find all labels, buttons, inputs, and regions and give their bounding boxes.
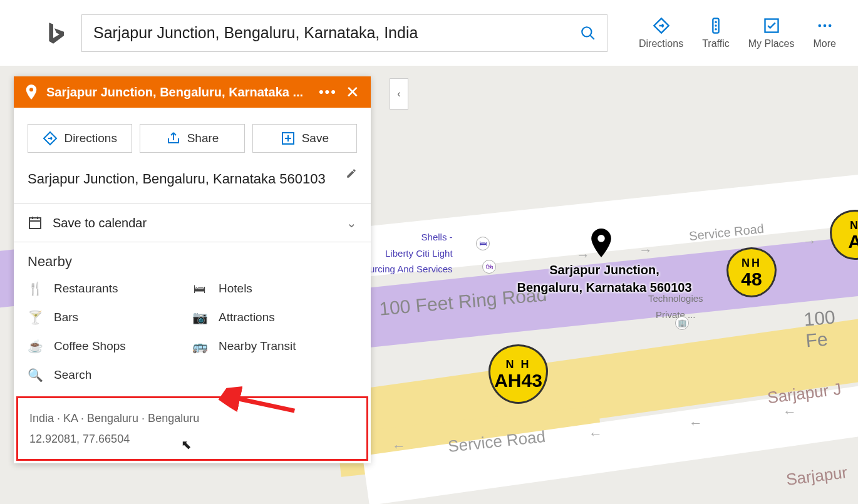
shield-bottom: A (848, 232, 858, 251)
panel-title: Sarjapur Junction, Bengaluru, Karnataka … (46, 85, 310, 100)
shield-top: N (850, 219, 858, 232)
bus-icon: 🚌 (192, 339, 207, 354)
panel-menu-button[interactable]: ••• (319, 84, 337, 100)
poi-label[interactable]: Shells - Liberty Citi Light urcing And S… (370, 231, 453, 275)
nearby-label: Restaurants (54, 282, 118, 296)
panel-collapse-handle[interactable]: ‹ (390, 78, 408, 110)
directions-icon (653, 17, 670, 34)
poi-building-icon[interactable]: 🏢 (675, 316, 689, 330)
search-button[interactable] (569, 14, 607, 52)
save-calendar-button[interactable]: Save to calendar ⌄ (28, 215, 357, 230)
calendar-section: Save to calendar ⌄ (14, 203, 371, 242)
hotel-icon: 🛏 (192, 282, 207, 296)
camera-icon: 📷 (192, 310, 207, 325)
nearby-label: Hotels (219, 282, 252, 296)
svg-point-10 (597, 235, 605, 242)
pin-label: Sarjapur Junction,Bengaluru, Karnataka 5… (501, 261, 708, 296)
nearby-transit[interactable]: 🚌Nearby Transit (192, 339, 357, 354)
save-label: Save (302, 131, 329, 145)
road-label: 100 Fe (803, 304, 858, 351)
direction-arrow-icon: ← (589, 426, 602, 442)
top-header: Directions Traffic My Places More (0, 0, 858, 66)
nearby-hotels[interactable]: 🛏Hotels (192, 281, 357, 296)
share-icon (166, 131, 181, 146)
address-text: Sarjapur Junction, Bengaluru, Karnataka … (28, 168, 346, 190)
search-icon: 🔍 (28, 368, 43, 383)
svg-point-5 (715, 28, 717, 31)
nearby-label: Search (54, 368, 91, 382)
shield-bottom: AH43 (494, 371, 542, 390)
poi-hotel-icon[interactable]: 🛏 (476, 237, 490, 250)
svg-rect-15 (29, 218, 41, 229)
svg-point-4 (715, 24, 717, 27)
nearby-label: Attractions (219, 311, 275, 324)
nav-myplaces-label: My Places (748, 38, 795, 49)
direction-arrow-icon: → (639, 242, 653, 259)
calendar-label: Save to calendar (53, 216, 147, 230)
search-box (81, 14, 607, 52)
nearby-section: Nearby 🍴Restaurants 🛏Hotels 🍸Bars 📷Attra… (14, 242, 371, 394)
nearby-bars[interactable]: 🍸Bars (28, 310, 192, 325)
address-row: Sarjapur Junction, Bengaluru, Karnataka … (14, 163, 371, 203)
shield-top: NH (742, 257, 762, 270)
panel-footer-highlighted: India · KA · Bengaluru · Bengaluru 12.92… (16, 396, 368, 461)
svg-point-11 (29, 88, 33, 91)
road-label: Sarjapur (785, 463, 848, 490)
nearby-coffee[interactable]: ☕Coffee Shops (28, 339, 192, 354)
save-button[interactable]: Save (252, 124, 357, 153)
svg-point-0 (582, 27, 591, 36)
svg-point-3 (715, 21, 717, 23)
direction-arrow-icon: ← (783, 404, 797, 420)
nav-more[interactable]: More (814, 17, 836, 49)
nav-myplaces[interactable]: My Places (748, 17, 795, 49)
traffic-icon (707, 17, 725, 34)
nearby-attractions[interactable]: 📷Attractions (192, 310, 357, 325)
panel-header: Sarjapur Junction, Bengaluru, Karnataka … (14, 76, 371, 108)
bing-logo-icon (44, 21, 69, 46)
svg-point-7 (818, 24, 821, 27)
bar-icon: 🍸 (28, 310, 43, 325)
place-panel: Sarjapur Junction, Bengaluru, Karnataka … (14, 76, 371, 463)
nav-directions[interactable]: Directions (639, 17, 683, 49)
nearby-label: Bars (54, 311, 78, 324)
chevron-down-icon: ⌄ (346, 215, 357, 230)
pin-icon (25, 85, 38, 100)
svg-line-1 (590, 35, 594, 39)
shield-bottom: 48 (741, 270, 762, 289)
directions-button[interactable]: Directions (28, 124, 132, 153)
nav-traffic-label: Traffic (702, 38, 730, 49)
nav-traffic[interactable]: Traffic (702, 17, 730, 49)
direction-arrow-icon: ← (689, 415, 703, 431)
nav-directions-label: Directions (639, 38, 683, 49)
directions-icon (43, 131, 58, 146)
coffee-icon: ☕ (28, 339, 43, 354)
direction-arrow-icon: ← (392, 438, 406, 455)
save-icon (281, 131, 296, 146)
directions-label: Directions (64, 131, 116, 145)
nearby-label: Coffee Shops (54, 339, 126, 353)
nav-more-label: More (814, 38, 836, 49)
restaurant-icon: 🍴 (28, 281, 43, 296)
share-button[interactable]: Share (140, 124, 244, 153)
poi-label[interactable]: Technologies Private ... (648, 292, 703, 321)
search-icon (580, 25, 596, 41)
map-pin-icon[interactable] (590, 229, 612, 260)
more-icon (816, 17, 834, 34)
edit-button[interactable] (346, 168, 357, 182)
nearby-search[interactable]: 🔍Search (28, 368, 192, 383)
shield-top: N H (506, 358, 531, 371)
nearby-label: Nearby Transit (219, 339, 296, 353)
search-input[interactable] (82, 24, 569, 42)
share-label: Share (187, 131, 219, 145)
pencil-icon (346, 168, 357, 179)
poi-shop-icon[interactable]: 🛍 (482, 260, 496, 274)
coordinates-text: 12.92081, 77.66504 (29, 429, 355, 449)
calendar-icon (28, 215, 43, 230)
panel-action-row: Directions Share Save (14, 108, 371, 163)
svg-point-8 (823, 24, 826, 27)
nearby-title: Nearby (28, 254, 357, 270)
header-nav: Directions Traffic My Places More (639, 17, 836, 49)
svg-point-9 (829, 24, 832, 27)
panel-close-button[interactable]: ✕ (346, 83, 359, 102)
nearby-restaurants[interactable]: 🍴Restaurants (28, 281, 192, 296)
